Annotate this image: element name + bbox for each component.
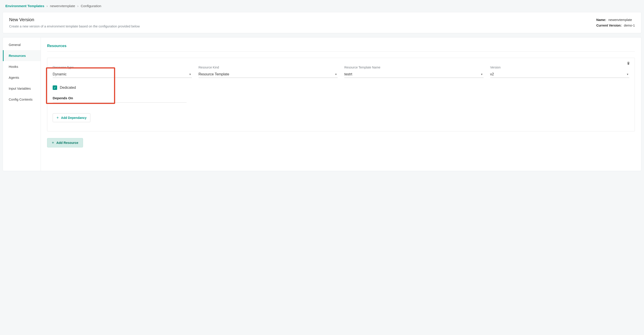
resource-version-label: Version [490,65,630,69]
resource-kind-label: Resource Kind [198,65,338,69]
breadcrumb-item-link[interactable]: newenvtemplate [50,4,75,8]
add-resource-button[interactable]: + Add Resource [47,138,83,147]
section-title-resources: Resources [47,44,635,48]
sidenav-item-general[interactable]: General [3,39,40,50]
resource-template-name-select[interactable]: testrt ▼ [344,71,484,78]
breadcrumb: Environment Templates › newenvtemplate ›… [0,0,644,12]
check-icon: ✓ [54,86,56,89]
caret-down-icon: ▼ [481,73,483,76]
add-dependency-label: Add Dependancy [61,116,86,120]
plus-icon: + [52,141,54,145]
sidenav-item-hooks[interactable]: Hooks [3,61,40,72]
sidenav-item-input-variables[interactable]: Input Variables [3,83,40,94]
add-dependency-button[interactable]: + Add Dependancy [53,113,90,122]
plus-icon: + [56,116,59,120]
caret-down-icon: ▼ [626,73,629,76]
breadcrumb-root-link[interactable]: Environment Templates [5,4,44,8]
caret-down-icon: ▼ [189,73,192,76]
chevron-right-icon: › [47,4,48,8]
trash-icon [626,61,630,65]
header-version-label: Current Version: [596,24,622,27]
chevron-right-icon: › [78,4,78,8]
sidenav-item-config-contexts[interactable]: Config Contexts [3,94,40,105]
caret-down-icon: ▼ [335,73,337,76]
header-name-value: newenvtemplate [608,18,632,22]
resource-type-select[interactable]: Dynamic ▼ [53,71,192,78]
resource-template-name-label: Resource Template Name [344,65,484,69]
resource-type-label: Resource Type [53,65,192,69]
page-header-card: New Version Create a new version of a en… [3,12,641,33]
resource-kind-select[interactable]: Resource Template ▼ [198,71,338,78]
resource-version-value: v2 [490,72,494,76]
sidenav-item-resources[interactable]: Resources [3,50,40,61]
resource-type-value: Dynamic [53,72,66,76]
page-title: New Version [9,17,140,22]
breadcrumb-leaf: Configuration [81,4,101,8]
dedicated-checkbox[interactable]: ✓ [53,85,57,90]
resource-kind-value: Resource Template [198,72,230,76]
depends-on-label: Depends On [53,96,629,100]
dedicated-label: Dedicated [60,86,76,90]
header-version-value: demo-1 [624,24,635,27]
section-divider [47,51,635,51]
side-nav: General Resources Hooks Agents Input Var… [3,37,41,171]
header-name-label: Name: [596,18,606,22]
sidenav-item-agents[interactable]: Agents [3,72,40,83]
resource-template-name-value: testrt [344,72,352,76]
depends-on-divider [53,102,186,103]
resource-card: Resource Type Dynamic ▼ Resource Kind Re… [47,58,635,131]
page-subtitle: Create a new version of a environment te… [9,24,140,28]
resource-version-select[interactable]: v2 ▼ [490,71,630,78]
delete-resource-button[interactable] [626,61,630,65]
add-resource-label: Add Resource [56,141,78,145]
